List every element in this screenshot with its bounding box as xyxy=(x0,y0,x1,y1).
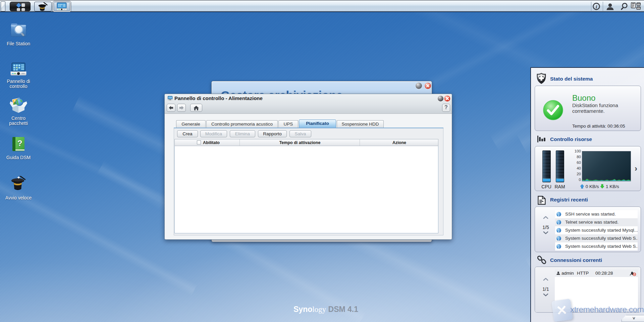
svg-text:i: i xyxy=(596,4,597,9)
svg-text:?: ? xyxy=(17,139,22,148)
